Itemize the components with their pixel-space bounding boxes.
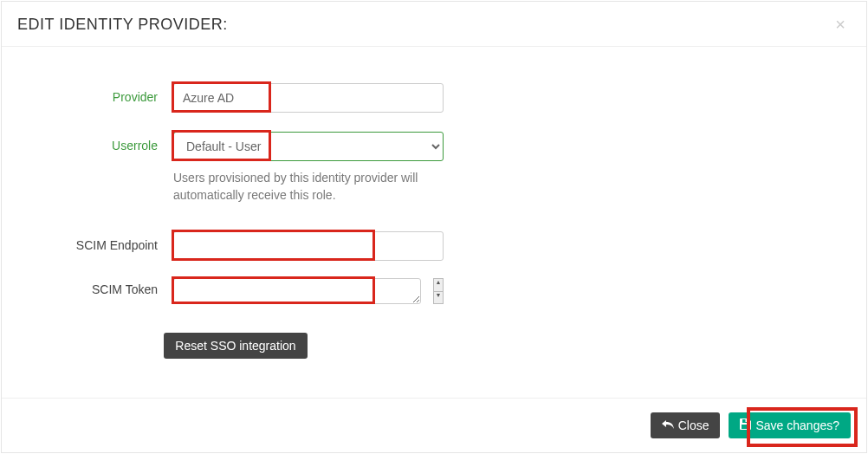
close-icon[interactable]: × bbox=[830, 15, 851, 34]
reset-sso-button[interactable]: Reset SSO integration bbox=[164, 333, 307, 359]
reset-row: Reset SSO integration bbox=[28, 317, 444, 359]
userrole-help-row: Users provisioned by this identity provi… bbox=[28, 166, 840, 221]
userrole-row: Userrole Default - User bbox=[28, 132, 840, 161]
provider-control bbox=[173, 83, 444, 113]
edit-identity-provider-modal: EDIT IDENTITY PROVIDER: × Provider Userr… bbox=[1, 1, 867, 453]
save-changes-button[interactable]: Save changes? bbox=[729, 412, 851, 438]
scim-endpoint-input[interactable] bbox=[173, 231, 444, 261]
scim-endpoint-control bbox=[173, 231, 444, 261]
modal-header: EDIT IDENTITY PROVIDER: × bbox=[2, 2, 866, 47]
modal-title: EDIT IDENTITY PROVIDER: bbox=[17, 16, 228, 34]
scim-token-row: SCIM Token ▲ ▼ bbox=[28, 278, 840, 307]
userrole-control: Default - User bbox=[173, 132, 444, 161]
provider-label: Provider bbox=[28, 83, 173, 104]
scim-endpoint-row: SCIM Endpoint bbox=[28, 231, 840, 261]
save-icon bbox=[740, 418, 751, 432]
spinner-up-icon[interactable]: ▲ bbox=[434, 279, 443, 292]
spinner-down-icon[interactable]: ▼ bbox=[434, 292, 443, 304]
userrole-label: Userrole bbox=[28, 132, 173, 152]
scim-token-spinner[interactable]: ▲ ▼ bbox=[433, 278, 444, 304]
provider-input[interactable] bbox=[173, 83, 444, 113]
modal-body: Provider Userrole Default - User Users p… bbox=[2, 47, 866, 398]
provider-row: Provider bbox=[28, 83, 840, 113]
close-button[interactable]: Close bbox=[651, 412, 721, 438]
scim-token-control: ▲ ▼ bbox=[173, 278, 444, 307]
scim-endpoint-label: SCIM Endpoint bbox=[28, 231, 173, 252]
reply-icon bbox=[662, 418, 674, 432]
userrole-select[interactable]: Default - User bbox=[173, 132, 444, 161]
save-button-label: Save changes? bbox=[755, 418, 839, 432]
scim-token-input[interactable] bbox=[173, 278, 421, 304]
userrole-help-text: Users provisioned by this identity provi… bbox=[173, 166, 444, 221]
scim-token-label: SCIM Token bbox=[28, 278, 173, 296]
modal-footer: Close Save changes? bbox=[2, 398, 866, 452]
close-button-label: Close bbox=[678, 418, 709, 432]
